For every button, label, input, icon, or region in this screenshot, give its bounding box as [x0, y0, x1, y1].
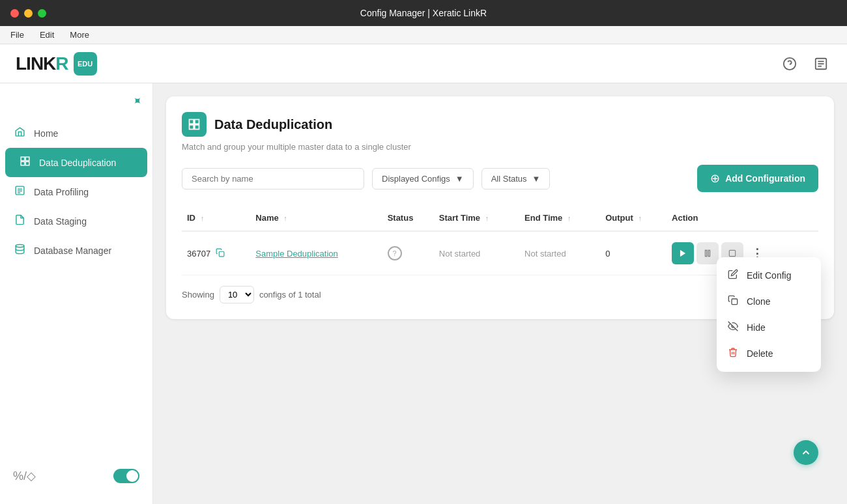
page-title: Data Deduplication [214, 117, 332, 132]
sort-icon-name: ↑ [283, 214, 287, 222]
cell-status: ? [382, 231, 434, 275]
col-name[interactable]: Name ↑ [250, 205, 382, 231]
cell-id: 36707 [182, 231, 250, 275]
search-input[interactable] [182, 168, 364, 189]
svg-rect-16 [195, 120, 199, 124]
svg-rect-17 [190, 125, 194, 130]
cell-name: Sample Deduplication [250, 231, 382, 275]
deduplication-icon [18, 156, 31, 169]
svg-rect-18 [195, 125, 199, 130]
col-id[interactable]: ID ↑ [182, 205, 250, 231]
app-header: LINKR EDU [0, 44, 847, 83]
maximize-button[interactable] [38, 9, 46, 18]
chevron-down-icon: ▼ [455, 174, 464, 184]
col-output[interactable]: Output ↑ [600, 205, 667, 231]
sort-icon-output: ↑ [638, 214, 642, 222]
sidebar-staging-label: Data Staging [34, 216, 87, 227]
sidebar-deduplication-label: Data Deduplication [39, 158, 116, 168]
collapse-icon[interactable]: ✦ [128, 92, 145, 109]
menu-more[interactable]: More [70, 30, 89, 40]
sidebar-item-home[interactable]: Home [0, 119, 152, 148]
sidebar-home-label: Home [34, 128, 58, 139]
sidebar-item-data-profiling[interactable]: Data Profiling [0, 177, 152, 206]
svg-rect-15 [190, 120, 194, 124]
window-controls [10, 9, 46, 18]
scroll-to-top-button[interactable] [794, 440, 818, 465]
home-icon [13, 126, 26, 140]
toolbar: Displayed Configs ▼ All Status ▼ ⊕ Add C… [182, 165, 818, 192]
sidebar-item-data-deduplication[interactable]: Data Deduplication [5, 148, 147, 177]
col-end-time[interactable]: End Time ↑ [519, 205, 600, 231]
clone-label: Clone [747, 296, 771, 307]
page-icon [182, 112, 207, 137]
svg-rect-21 [706, 250, 707, 256]
context-menu-clone[interactable]: Clone [717, 288, 821, 315]
logo: LINKR EDU [16, 52, 97, 76]
displayed-configs-dropdown[interactable]: Displayed Configs ▼ [372, 168, 474, 189]
sidebar-database-label: Database Manager [34, 245, 111, 256]
cell-end-time: Not started [519, 231, 600, 275]
window-title: Config Manager | Xeratic LinkR [360, 8, 487, 18]
clone-icon [727, 295, 739, 308]
context-menu: Edit Config Clone Hide Del [717, 257, 821, 372]
svg-point-14 [16, 244, 24, 247]
showing-label: Showing [182, 290, 214, 300]
svg-rect-8 [21, 161, 25, 165]
profiling-icon [13, 185, 26, 199]
sort-icon-id: ↑ [201, 214, 205, 222]
header-icons [779, 53, 831, 74]
chevron-down-icon-2: ▼ [532, 174, 541, 184]
svg-rect-6 [21, 157, 25, 161]
close-button[interactable] [10, 9, 19, 18]
page-header: Data Deduplication [182, 112, 818, 137]
svg-rect-7 [25, 157, 29, 161]
plus-icon: ⊕ [710, 171, 720, 186]
title-bar: Config Manager | Xeratic LinkR [0, 0, 847, 26]
copy-icon[interactable] [216, 248, 225, 259]
run-button[interactable] [672, 242, 694, 264]
edit-config-label: Edit Config [747, 270, 791, 281]
page-size-select[interactable]: 10 25 50 [220, 286, 254, 303]
delete-label: Delete [747, 348, 773, 359]
sidebar-item-data-staging[interactable]: Data Staging [0, 206, 152, 236]
sidebar-bottom: %/◇ [0, 458, 152, 494]
sort-icon-end: ↑ [567, 214, 571, 222]
document-icon[interactable] [811, 53, 831, 74]
col-action: Action [667, 205, 818, 231]
edit-icon [727, 269, 739, 282]
svg-rect-22 [708, 250, 710, 256]
svg-rect-23 [729, 250, 735, 256]
theme-toggle[interactable] [113, 469, 139, 483]
toggle-knob [126, 470, 138, 482]
context-menu-edit-config[interactable]: Edit Config [717, 262, 821, 288]
menu-edit[interactable]: Edit [40, 30, 54, 40]
sidebar: ✦ Home [0, 83, 153, 504]
sort-icon-start: ↑ [485, 214, 489, 222]
all-status-dropdown[interactable]: All Status ▼ [481, 168, 551, 189]
help-icon[interactable] [779, 53, 800, 74]
hide-label: Hide [747, 322, 766, 333]
staging-icon [13, 214, 26, 228]
context-menu-hide[interactable]: Hide [717, 315, 821, 341]
page-subtitle: Match and group your multiple master dat… [182, 142, 818, 152]
settings-icon[interactable]: %/◇ [13, 469, 36, 483]
configs-of-label: configs of 1 total [259, 290, 321, 300]
pause-button[interactable] [696, 242, 719, 264]
svg-rect-9 [25, 161, 29, 165]
status-icon: ? [388, 246, 402, 260]
table-header: ID ↑ Name ↑ Status Start Time [182, 205, 818, 231]
col-start-time[interactable]: Start Time ↑ [434, 205, 519, 231]
menu-bar: File Edit More [0, 26, 847, 44]
col-status[interactable]: Status [382, 205, 434, 231]
context-menu-delete[interactable]: Delete [717, 341, 821, 367]
add-configuration-button[interactable]: ⊕ Add Configuration [697, 165, 818, 192]
cell-start-time: Not started [434, 231, 519, 275]
svg-rect-19 [219, 251, 224, 257]
sidebar-item-database-manager[interactable]: Database Manager [0, 236, 152, 265]
delete-icon [727, 347, 739, 360]
svg-marker-20 [680, 250, 685, 257]
minimize-button[interactable] [24, 9, 33, 18]
row-name-link[interactable]: Sample Deduplication [255, 249, 337, 259]
svg-rect-24 [732, 299, 738, 305]
menu-file[interactable]: File [10, 30, 24, 40]
